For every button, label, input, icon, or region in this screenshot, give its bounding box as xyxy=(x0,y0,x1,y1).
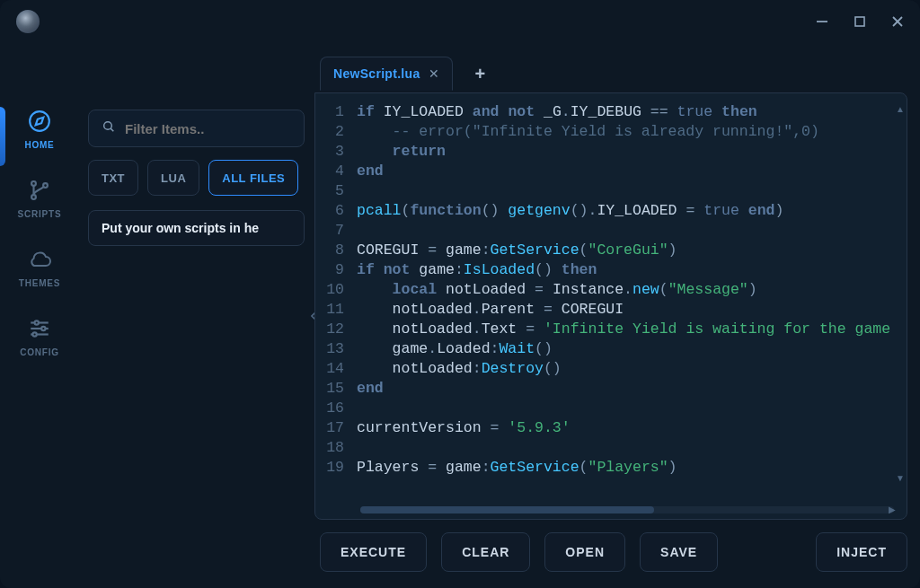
window-maximize-button[interactable] xyxy=(854,15,866,28)
editor-tab[interactable]: NewScript.lua ✕ xyxy=(320,57,453,91)
scroll-right-icon[interactable]: ▶ xyxy=(889,505,896,514)
script-list-item[interactable]: Put your own scripts in he xyxy=(88,210,305,246)
nav-label: THEMES xyxy=(19,278,60,288)
sliders-icon xyxy=(26,315,53,342)
tab-close-icon[interactable]: ✕ xyxy=(429,66,439,81)
inject-button[interactable]: INJECT xyxy=(816,532,907,572)
svg-point-8 xyxy=(43,183,48,188)
nav-label: CONFIG xyxy=(20,347,59,357)
clear-button[interactable]: CLEAR xyxy=(441,532,530,572)
app-window: HOME SCRIPTS THEMES CONFIG xyxy=(0,0,920,588)
sidebar-item-home[interactable]: HOME xyxy=(24,108,54,150)
title-bar xyxy=(0,0,920,43)
horizontal-scrollbar[interactable]: ▶ xyxy=(360,506,894,513)
svg-point-6 xyxy=(31,181,36,186)
save-button[interactable]: SAVE xyxy=(640,532,718,572)
svg-point-14 xyxy=(32,332,36,336)
scroll-thumb[interactable] xyxy=(360,506,654,513)
code-editor[interactable]: 1if IY_LOADED and not _G.IY_DEBUG == tru… xyxy=(314,92,907,520)
svg-point-4 xyxy=(30,111,49,131)
nav-label: HOME xyxy=(24,140,54,150)
svg-point-13 xyxy=(41,327,45,330)
editor-tabs: NewScript.lua ✕ + xyxy=(314,54,907,93)
cloud-icon xyxy=(26,246,53,273)
nav-label: SCRIPTS xyxy=(18,209,62,219)
search-icon xyxy=(102,119,116,137)
open-button[interactable]: OPEN xyxy=(544,532,625,572)
tab-add-button[interactable]: + xyxy=(467,64,492,84)
compass-icon xyxy=(26,108,53,135)
filter-chip-all-files[interactable]: ALL FILES xyxy=(208,160,298,196)
scroll-up-icon[interactable]: ▲ xyxy=(896,104,905,114)
svg-line-16 xyxy=(111,128,113,131)
filter-input[interactable] xyxy=(125,121,299,136)
filter-chip-txt[interactable]: TXT xyxy=(88,160,138,196)
scripts-panel: TXT LUA ALL FILES Put your own scripts i… xyxy=(79,43,314,588)
svg-point-15 xyxy=(104,122,112,130)
branch-icon xyxy=(26,177,53,204)
execute-button[interactable]: EXECUTE xyxy=(320,532,427,572)
tab-label: NewScript.lua xyxy=(333,66,420,81)
window-minimize-button[interactable] xyxy=(816,15,828,28)
svg-rect-1 xyxy=(855,17,864,26)
vertical-scrollbar[interactable]: ▲ ▼ xyxy=(896,104,903,483)
svg-marker-5 xyxy=(36,118,44,126)
app-logo-icon xyxy=(16,10,40,33)
sidebar-item-scripts[interactable]: SCRIPTS xyxy=(18,177,62,219)
svg-point-7 xyxy=(31,195,36,199)
filter-items-box[interactable] xyxy=(88,110,305,147)
filter-chip-lua[interactable]: LUA xyxy=(147,160,199,196)
sidebar-nav: HOME SCRIPTS THEMES CONFIG xyxy=(0,43,79,588)
script-list: Put your own scripts in he xyxy=(88,210,305,246)
editor-panel: NewScript.lua ✕ + 1if IY_LOADED and not … xyxy=(314,43,920,588)
sidebar-item-themes[interactable]: THEMES xyxy=(19,246,60,288)
scroll-down-icon[interactable]: ▼ xyxy=(896,473,905,483)
sidebar-active-indicator xyxy=(0,107,5,166)
code-content[interactable]: 1if IY_LOADED and not _G.IY_DEBUG == tru… xyxy=(324,102,894,506)
action-bar: EXECUTE CLEAR OPEN SAVE INJECT xyxy=(314,532,907,572)
svg-point-12 xyxy=(35,320,39,324)
window-close-button[interactable] xyxy=(891,15,904,28)
sidebar-item-config[interactable]: CONFIG xyxy=(20,315,59,357)
